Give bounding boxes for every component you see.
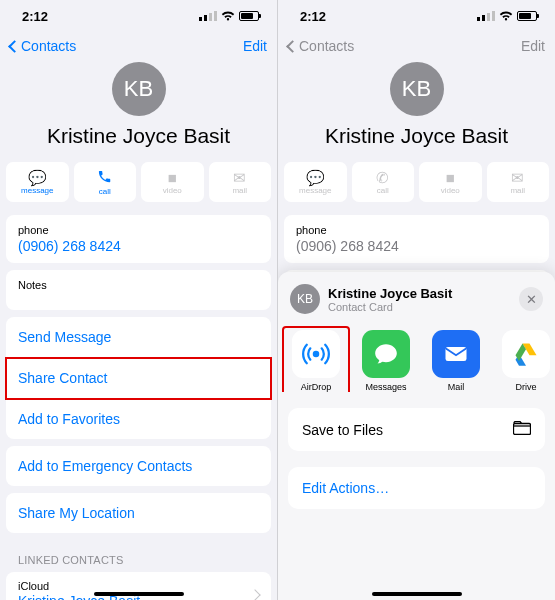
chevron-left-icon: [286, 40, 299, 53]
notes-label: Notes: [18, 279, 259, 291]
sheet-subtitle: Contact Card: [328, 301, 452, 313]
sheet-avatar: KB: [290, 284, 320, 314]
share-sheet: KB Kristine Joyce Basit Contact Card ✕ A…: [278, 272, 555, 600]
video-button: ■video: [141, 162, 204, 202]
options-list-3: Share My Location: [6, 493, 271, 533]
phone-card: phone (0906) 268 8424: [284, 215, 549, 263]
svg-rect-5: [482, 15, 485, 21]
chevron-left-icon: [8, 40, 21, 53]
mail-button: ✉mail: [209, 162, 272, 202]
avatar[interactable]: KB: [112, 62, 166, 116]
close-button[interactable]: ✕: [519, 287, 543, 311]
sheet-actions: Save to Files: [288, 408, 545, 451]
call-button[interactable]: call: [74, 162, 137, 202]
mail-app-icon: [432, 330, 480, 378]
svg-rect-7: [492, 11, 495, 21]
status-bar: 2:12: [278, 0, 555, 32]
edit-button: Edit: [521, 38, 545, 54]
options-list-2: Add to Emergency Contacts: [6, 446, 271, 486]
svg-rect-1: [204, 15, 207, 21]
share-targets: AirDrop Messages Mail Drive: [278, 324, 555, 392]
status-time: 2:12: [300, 9, 326, 24]
battery-icon: [239, 11, 259, 21]
svg-point-8: [313, 351, 320, 358]
svg-rect-2: [209, 13, 212, 21]
status-indicators: [477, 11, 537, 21]
phone-label: phone: [18, 224, 259, 236]
wifi-icon: [221, 11, 235, 21]
svg-rect-3: [214, 11, 217, 21]
svg-rect-6: [487, 13, 490, 21]
contact-name: Kristine Joyce Basit: [325, 124, 508, 148]
drive-target[interactable]: Drive: [498, 330, 554, 392]
battery-icon: [517, 11, 537, 21]
svg-rect-0: [199, 17, 202, 21]
add-emergency-item[interactable]: Add to Emergency Contacts: [6, 446, 271, 486]
share-contact-item[interactable]: Share Contact: [6, 358, 271, 399]
message-button: 💬message: [284, 162, 347, 202]
mail-icon: ✉: [511, 170, 524, 185]
cellular-icon: [477, 11, 495, 21]
messages-target[interactable]: Messages: [358, 330, 414, 392]
contact-header: KB Kristine Joyce Basit: [0, 60, 277, 156]
status-time: 2:12: [22, 9, 48, 24]
phone-value: (0906) 268 8424: [296, 238, 537, 254]
nav-bar: Contacts Edit: [278, 32, 555, 60]
phone-label: phone: [296, 224, 537, 236]
airdrop-icon: [292, 330, 340, 378]
status-indicators: [199, 11, 259, 21]
status-bar: 2:12: [0, 0, 277, 32]
video-icon: ■: [168, 170, 177, 185]
back-button: Contacts: [288, 38, 354, 54]
contact-name: Kristine Joyce Basit: [47, 124, 230, 148]
video-button: ■video: [419, 162, 482, 202]
call-button: ✆call: [352, 162, 415, 202]
quick-actions: 💬message ✆call ■video ✉mail: [278, 156, 555, 208]
nav-bar: Contacts Edit: [0, 32, 277, 60]
notes-card[interactable]: Notes: [6, 270, 271, 310]
phone-icon: [97, 169, 112, 186]
quick-actions: 💬message call ■video ✉mail: [0, 156, 277, 208]
message-button[interactable]: 💬message: [6, 162, 69, 202]
sheet-actions-2: Edit Actions…: [288, 467, 545, 509]
wifi-icon: [499, 11, 513, 21]
linked-label: iCloud: [18, 580, 140, 592]
send-message-item[interactable]: Send Message: [6, 317, 271, 358]
options-list-1: Send Message Share Contact Add to Favori…: [6, 317, 271, 439]
message-icon: 💬: [306, 170, 325, 185]
chevron-right-icon: [249, 589, 260, 600]
phone-card[interactable]: phone (0906) 268 8424: [6, 215, 271, 263]
cellular-icon: [199, 11, 217, 21]
mail-target[interactable]: Mail: [428, 330, 484, 392]
messages-icon: [362, 330, 410, 378]
edit-actions-item[interactable]: Edit Actions…: [288, 467, 545, 509]
close-icon: ✕: [526, 292, 537, 307]
phone-value: (0906) 268 8424: [18, 238, 259, 254]
phone-icon: ✆: [376, 170, 389, 185]
svg-rect-9: [446, 347, 467, 361]
avatar: KB: [390, 62, 444, 116]
sheet-title: Kristine Joyce Basit: [328, 286, 452, 301]
mail-icon: ✉: [233, 170, 246, 185]
svg-rect-4: [477, 17, 480, 21]
svg-rect-10: [514, 424, 531, 435]
edit-button[interactable]: Edit: [243, 38, 267, 54]
linked-header: LINKED CONTACTS: [0, 540, 277, 568]
share-location-item[interactable]: Share My Location: [6, 493, 271, 533]
video-icon: ■: [446, 170, 455, 185]
drive-icon: [502, 330, 550, 378]
add-favorites-item[interactable]: Add to Favorites: [6, 399, 271, 439]
home-indicator[interactable]: [372, 592, 462, 596]
contact-header: KB Kristine Joyce Basit: [278, 60, 555, 156]
airdrop-target[interactable]: AirDrop: [288, 330, 344, 392]
message-icon: 💬: [28, 170, 47, 185]
save-files-item[interactable]: Save to Files: [288, 408, 545, 451]
home-indicator[interactable]: [94, 592, 184, 596]
back-button[interactable]: Contacts: [10, 38, 76, 54]
folder-icon: [513, 421, 531, 438]
mail-button: ✉mail: [487, 162, 550, 202]
